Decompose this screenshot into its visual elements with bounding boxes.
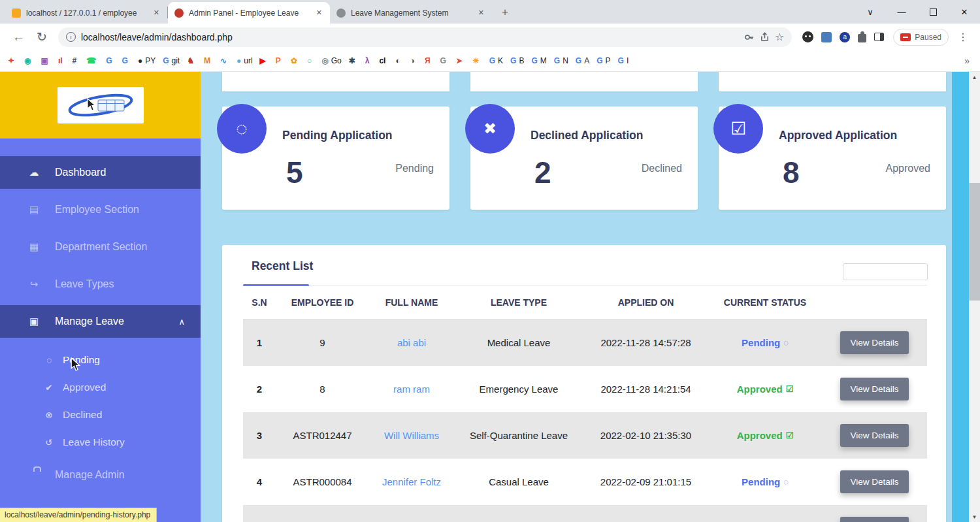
new-tab-button[interactable]: + xyxy=(496,3,514,22)
column-header-full-name: FULL NAME xyxy=(369,297,454,308)
url-text[interactable]: localhost/leave/admin/dashboard.php xyxy=(81,32,739,42)
bookmark-item[interactable]: G B xyxy=(510,56,524,65)
bookmark-star-icon[interactable]: ☆ xyxy=(775,31,784,43)
employee-name-link[interactable]: abi abi xyxy=(397,337,426,348)
panda-extension-icon[interactable] xyxy=(802,31,813,42)
reload-icon[interactable]: ↻ xyxy=(31,29,53,44)
bookmark-favicon: ▣ xyxy=(41,56,48,65)
bookmark-item[interactable]: P xyxy=(276,56,284,65)
submenu-item-approved[interactable]: ✔ Approved xyxy=(0,374,201,401)
tab-leave-management[interactable]: Leave Management System ✕ xyxy=(330,2,492,24)
browser-menu-icon[interactable]: ⋮ xyxy=(953,31,973,43)
bookmark-item[interactable]: ◑ xyxy=(410,56,417,65)
bookmark-item[interactable]: G xyxy=(106,56,114,65)
scrollbar-thumb[interactable] xyxy=(969,183,980,301)
bookmark-item[interactable]: ∿ xyxy=(220,56,229,65)
bookmark-item[interactable]: G A xyxy=(576,56,589,65)
bookmark-item[interactable]: cl xyxy=(379,56,388,65)
page-scrollbar[interactable]: ▲ ▼ xyxy=(969,72,980,522)
status-icon: ◌ xyxy=(783,338,789,348)
submenu-item-pending[interactable]: ◌ Pending xyxy=(0,346,201,374)
bookmark-item[interactable]: G I xyxy=(618,56,629,65)
bookmark-item[interactable]: ● PY xyxy=(138,56,155,65)
tab-title: Leave Management System xyxy=(351,8,472,18)
bookmark-item[interactable]: ☎ xyxy=(86,56,99,65)
bookmark-item[interactable]: ● url xyxy=(237,56,253,65)
status-badge: Pending ◌ xyxy=(742,337,789,348)
bookmark-item[interactable]: ➤ xyxy=(456,56,465,65)
bookmark-item[interactable]: ◎ Go xyxy=(321,56,342,65)
bookmark-item[interactable]: G N xyxy=(554,56,568,65)
minimize-button[interactable]: — xyxy=(886,0,917,24)
site-info-icon[interactable]: i xyxy=(66,32,76,42)
key-icon[interactable] xyxy=(744,32,755,42)
scroll-down-icon[interactable]: ▼ xyxy=(969,512,980,522)
bookmark-item[interactable]: ✦ xyxy=(8,56,17,65)
grid-extension-icon[interactable] xyxy=(821,32,832,42)
address-bar[interactable]: i localhost/leave/admin/dashboard.php ☆ xyxy=(58,27,792,47)
tab-close-icon[interactable]: ✕ xyxy=(152,8,161,17)
bookmark-item[interactable]: ◐ xyxy=(395,56,402,65)
bookmark-item[interactable]: ▣ xyxy=(41,56,51,65)
reader-extension-icon[interactable]: a xyxy=(840,32,850,42)
tab-strip: localhost / 127.0.0.1 / employee ✕ Admin… xyxy=(0,0,980,24)
employee-name-link[interactable]: Jennifer Foltz xyxy=(382,476,441,487)
bookmark-item[interactable]: ○ xyxy=(307,56,314,65)
bookmark-item[interactable]: G P xyxy=(596,56,610,65)
bookmark-item[interactable]: λ xyxy=(365,56,372,65)
bookmark-item[interactable]: ✱ xyxy=(349,56,358,65)
cell-sn: 3 xyxy=(243,430,276,441)
bookmark-item[interactable]: G xyxy=(122,56,131,65)
maximize-button[interactable] xyxy=(917,0,949,24)
share-icon[interactable] xyxy=(760,32,770,42)
sidebar-item-leave-types[interactable]: ↪ Leave Types xyxy=(0,268,201,301)
bookmark-item[interactable]: ♞ xyxy=(187,56,197,65)
bookmark-item[interactable]: G xyxy=(440,56,449,65)
bookmark-item[interactable]: ◉ xyxy=(24,56,33,65)
sync-paused-button[interactable]: Paused xyxy=(893,29,949,46)
sidebar-item-label: Leave Types xyxy=(55,278,114,290)
tab-admin-panel[interactable]: Admin Panel - Employee Leave ✕ xyxy=(168,2,330,24)
view-details-button[interactable]: View Details xyxy=(840,331,908,354)
sidebar-item-label: Dashboard xyxy=(55,167,106,178)
scroll-up-icon[interactable]: ▲ xyxy=(969,72,980,82)
side-panel-icon[interactable] xyxy=(874,33,884,41)
employee-name-link[interactable]: ram ram xyxy=(393,383,430,395)
bookmark-item[interactable]: M xyxy=(204,56,213,65)
bookmark-item[interactable]: ✿ xyxy=(291,56,300,65)
view-details-button[interactable]: View Details xyxy=(840,424,908,447)
bookmark-item[interactable]: ıl xyxy=(58,56,65,65)
submenu-item-declined[interactable]: ⊗ Declined xyxy=(0,401,201,429)
bookmark-item[interactable]: ☀ xyxy=(472,56,482,65)
tab-search-chevron-icon[interactable]: ∨ xyxy=(855,0,886,24)
app-logo[interactable] xyxy=(57,87,144,123)
bookmark-item[interactable]: G git xyxy=(163,56,180,65)
extensions-puzzle-icon[interactable] xyxy=(858,34,866,42)
sidebar-item-dashboard[interactable]: ☁ Dashboard xyxy=(0,156,201,189)
sidebar-item-manage-admin[interactable]: Manage Admin xyxy=(0,459,201,491)
bookmark-item[interactable]: # xyxy=(73,56,80,65)
bookmark-item[interactable]: Я xyxy=(425,56,433,65)
tab-phpmyadmin[interactable]: localhost / 127.0.0.1 / employee ✕ xyxy=(5,2,167,24)
submenu-item-leave-history[interactable]: ↺ Leave History xyxy=(0,429,201,456)
bookmark-item[interactable]: G K xyxy=(489,56,503,65)
cell-applied-on: 2022-02-10 21:35:30 xyxy=(583,430,708,441)
bookmarks-overflow-icon[interactable]: » xyxy=(962,56,972,66)
view-details-button[interactable]: View Details xyxy=(840,517,908,522)
tab-close-icon[interactable]: ✕ xyxy=(315,8,323,17)
body-background-strip xyxy=(952,72,969,522)
card-count: 8 xyxy=(783,155,800,190)
tab-close-icon[interactable]: ✕ xyxy=(477,8,485,17)
sidebar-item-manage-leave[interactable]: ▣ Manage Leave ∧ xyxy=(0,305,201,338)
view-details-button[interactable]: View Details xyxy=(840,470,908,493)
employee-name-link[interactable]: Will Williams xyxy=(384,430,439,441)
close-button[interactable]: ✕ xyxy=(949,0,980,24)
bookmark-item[interactable]: ▶ xyxy=(260,56,269,65)
bookmark-item[interactable]: G M xyxy=(531,56,546,65)
bookmark-favicon: G xyxy=(440,56,446,65)
table-row: 5 ASTR001245 Johnny Scott Compensatory L… xyxy=(243,505,927,522)
sidebar-item-employee-section[interactable]: ▤ Employee Section xyxy=(0,193,201,226)
back-icon[interactable]: ← xyxy=(7,30,31,44)
view-details-button[interactable]: View Details xyxy=(840,378,908,400)
sidebar-item-department-section[interactable]: ▦ Department Section xyxy=(0,231,201,263)
